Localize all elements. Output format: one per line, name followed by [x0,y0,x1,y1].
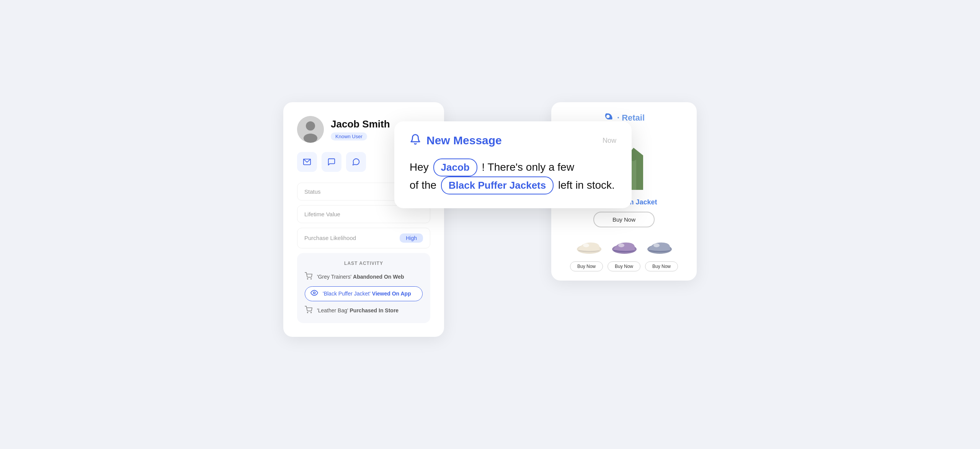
svg-point-22 [653,243,660,247]
known-user-badge: Known User [331,132,367,140]
status-label: Status [304,188,321,195]
profile-info: Jacob Smith Known User [331,118,390,140]
last-activity-title: LAST ACTIVITY [305,261,423,266]
shoes-row [560,235,688,256]
avatar [297,116,324,143]
svg-point-1 [306,121,315,131]
lifetime-label: Lifetime Value [304,211,340,217]
notif-body: Hey Jacob ! There's only a few of the Bl… [410,158,616,194]
svg-point-7 [307,312,308,313]
activity-item-2: 'Black Puffer Jacket' Viewed On App [305,286,423,301]
eye-icon [310,289,318,299]
shoe-image-1 [573,235,604,256]
notif-text-post: left in stock. [555,179,615,191]
notif-text-pre: Hey [410,161,432,173]
bell-icon [410,134,421,148]
shoe-image-3 [644,235,675,256]
svg-point-8 [311,312,312,313]
svg-point-18 [583,243,589,247]
likelihood-row: Purchase Likelihood High [297,228,430,248]
buy-now-row: Buy Now Buy Now Buy Now [560,261,688,271]
cart-icon-2 [305,306,312,315]
buy-now-button-shoe-3[interactable]: Buy Now [645,261,678,271]
svg-point-4 [307,278,308,279]
cart-icon-1 [305,272,312,282]
notification-card: New Message Now Hey Jacob ! There's only… [394,121,632,208]
chat-button[interactable] [322,152,341,172]
likelihood-value: High [400,233,423,243]
svg-point-2 [304,134,317,143]
notif-title: New Message [426,134,502,147]
shoe-item-1 [573,235,604,256]
svg-point-5 [311,278,312,279]
shoe-image-2 [609,235,639,256]
notif-header: New Message Now [410,134,616,148]
activity-text-3: 'Leather Bag' Purchased In Store [317,307,399,313]
buy-now-button-shoe-2[interactable]: Buy Now [608,261,640,271]
last-activity-section: LAST ACTIVITY 'Grey Trainers' Abandoned … [297,253,430,323]
activity-item-1: 'Grey Trainers' Abandoned On Web [305,272,423,282]
notif-text-of: of the [410,179,439,191]
buy-now-button-main[interactable]: Buy Now [593,212,655,227]
notif-text-mid: ! There's only a few [479,161,574,173]
svg-rect-14 [636,155,643,190]
activity-item-3: 'Leather Bag' Purchased In Store [305,306,423,315]
whatsapp-button[interactable] [346,152,366,172]
notif-name-tag: Jacob [433,158,477,176]
svg-point-6 [314,292,315,294]
buy-now-button-shoe-1[interactable]: Buy Now [570,261,603,271]
shoe-item-3 [644,235,675,256]
activity-text-1: 'Grey Trainers' Abandoned On Web [317,274,404,280]
activity-text-2: 'Black Puffer Jacket' Viewed On App [323,291,411,297]
notif-time: Now [603,137,616,145]
svg-point-9 [606,114,610,118]
email-button[interactable] [297,152,317,172]
profile-name: Jacob Smith [331,118,390,130]
notif-product-tag: Black Puffer Jackets [441,176,554,194]
notif-title-area: New Message [410,134,502,148]
shoe-item-2 [609,235,639,256]
likelihood-label: Purchase Likelihood [304,235,356,241]
svg-point-20 [618,243,624,247]
